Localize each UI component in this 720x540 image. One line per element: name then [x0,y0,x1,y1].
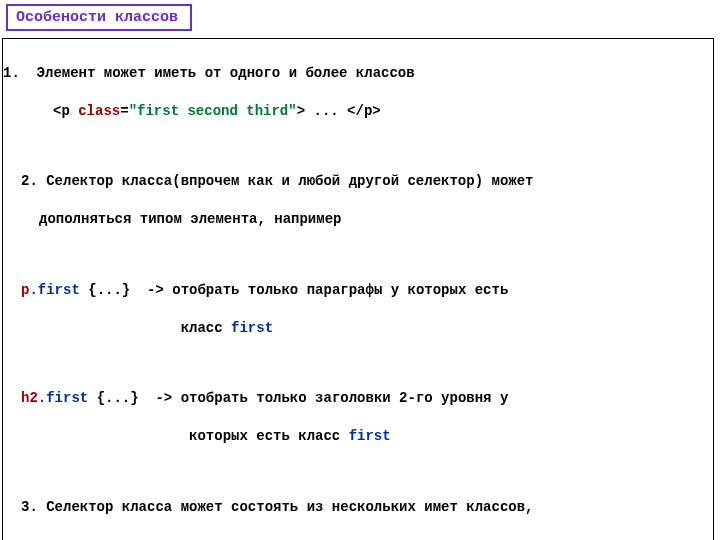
blank-row [3,248,707,262]
section-title: Особености классов [6,4,192,31]
class-first-word: first [349,428,391,444]
section-title-text: Особености классов [16,9,178,26]
selector-desc: отобрать только заголовки 2-го уровня у [181,390,509,406]
selector-p-first-cont: класс first [3,319,707,338]
item-2-line-b: дополняться типом элемента, например [3,210,707,229]
content-panel: 1. Элемент может иметь от одного и более… [2,38,714,540]
item-3-line-a: 3. Селектор класса может состоять из нес… [3,498,707,517]
code-example-1: <p class="first second third"> ... </p> [3,102,707,121]
selector-h2-first-cont: которых есть класс first [3,427,707,446]
selector-desc-cont: класс [21,320,231,336]
code-attr-eq: = [120,103,128,119]
selector-desc-cont: которых есть класс [21,428,349,444]
blank-row [3,356,707,370]
blank-row [3,465,707,479]
selector-desc: отобрать только параграфы у которых есть [172,282,508,298]
class-first-word: first [231,320,273,336]
selector-class: .first [38,390,88,406]
code-attr-value: "first second third" [129,103,297,119]
selector-braces: {...} -> [80,282,172,298]
item-3-line-b: например [3,535,707,540]
code-tag-open: <p [53,103,78,119]
blank-row [3,139,707,153]
code-attr-name: class [78,103,120,119]
selector-h2-first: h2.first {...} -> отобрать только заголо… [3,389,707,408]
code-tag-close: > ... </p> [297,103,381,119]
item-1-line: 1. Элемент может иметь от одного и более… [3,64,707,83]
selector-tag: h2 [21,390,38,406]
item-2-line-a: 2. Селектор класса(впрочем как и любой д… [3,172,707,191]
selector-class: .first [29,282,79,298]
selector-p-first: p.first {...} -> отобрать только парагра… [3,281,707,300]
selector-braces: {...} -> [88,390,180,406]
